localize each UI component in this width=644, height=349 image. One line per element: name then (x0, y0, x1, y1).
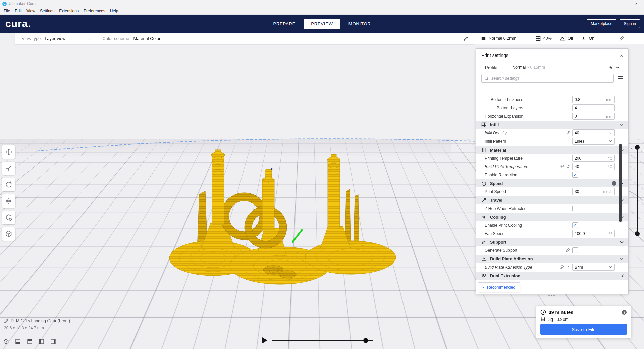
profile-dropdown[interactable]: Normal - 0.15mm ★ (509, 63, 623, 72)
checkbox-generate-support[interactable] (572, 247, 578, 253)
print-settings-summary-bar[interactable]: Normal 0.2mm 40% Off On (474, 33, 644, 44)
summary-infill: 40% (543, 36, 552, 41)
checkbox-enable-print-cooling[interactable]: ✓ (572, 222, 578, 228)
menu-item-view[interactable]: View (24, 8, 38, 14)
category-travel[interactable]: Travel (476, 196, 628, 204)
category-speed[interactable]: Speedi (476, 179, 628, 187)
menu-item-edit[interactable]: Edit (12, 8, 24, 14)
marketplace-button[interactable]: Marketplace (587, 19, 616, 28)
tab-preview[interactable]: PREVIEW (304, 19, 340, 29)
setting-label: Z Hop When Retracted (485, 206, 527, 211)
value-input-bottom-thickness[interactable]: 0.8mm (572, 96, 615, 103)
setting-row-infill-pattern: Infill PatternLines (476, 137, 628, 146)
category-label: Infill (490, 122, 499, 127)
timeline-handle[interactable] (363, 338, 368, 343)
chevron-left-icon: ‹ (483, 285, 485, 290)
simulation-timeline-slider[interactable] (272, 340, 373, 341)
value-input-fan-speed[interactable]: 100.0% (572, 230, 615, 237)
star-icon[interactable]: ★ (609, 65, 613, 70)
search-box[interactable] (481, 74, 614, 83)
edit-view-icon[interactable] (464, 36, 468, 41)
revert-icon[interactable]: ↺ (566, 131, 570, 135)
select-infill-pattern[interactable]: Lines (572, 138, 615, 145)
view-top-icon[interactable] (27, 339, 33, 344)
print-settings-panel: Print settings × Profile Normal - 0.15mm… (476, 48, 629, 294)
recommended-button[interactable]: ‹ Recommended (478, 282, 520, 292)
category-infill[interactable]: Infill (476, 120, 628, 129)
menu-item-help[interactable]: Help (108, 8, 121, 14)
panel-resize-handle[interactable]: ••• (543, 293, 561, 298)
category-material[interactable]: Material (476, 146, 628, 154)
support-blocker-tool-button[interactable] (2, 227, 15, 241)
value-input-horizontal-expansion[interactable]: 0mm (572, 113, 615, 120)
support-summary-icon (560, 36, 565, 41)
menu-item-extensions[interactable]: Extensions (57, 8, 81, 14)
profile-row: Profile Normal - 0.15mm ★ (476, 62, 628, 73)
mirror-tool-button[interactable] (2, 194, 15, 208)
settings-filter-menu-icon[interactable] (618, 76, 623, 80)
object-name[interactable]: D_MIG 15 Landing Gear (Front) (11, 318, 70, 323)
value-input-printing-temperature[interactable]: 200°C (572, 155, 615, 162)
minimize-icon[interactable]: – (598, 0, 613, 7)
per-model-settings-tool-button[interactable] (2, 211, 15, 224)
revert-icon[interactable]: ↺ (566, 164, 570, 169)
play-button[interactable] (262, 337, 267, 343)
checkbox-z-hop-when-retracted[interactable] (572, 206, 578, 211)
close-panel-icon[interactable]: × (620, 53, 623, 58)
value-input-build-plate-temperature[interactable]: 40°C (572, 163, 615, 170)
sign-in-button[interactable]: Sign in (620, 19, 640, 28)
category-cooling[interactable]: Cooling (476, 213, 628, 221)
layer-slider-track[interactable] (637, 147, 638, 234)
search-input[interactable] (491, 76, 611, 81)
search-row (476, 73, 628, 84)
layer-range-slider[interactable] (635, 145, 640, 236)
view-front-icon[interactable] (15, 339, 21, 344)
summary-support: Off (568, 36, 573, 41)
model-preview[interactable] (168, 148, 396, 297)
layer-slider-bottom-handle[interactable] (635, 231, 640, 236)
value-input-print-speed[interactable]: 30mm/s (572, 188, 615, 195)
menu-item-file[interactable]: File (1, 8, 12, 14)
maximize-icon[interactable]: □ (613, 0, 629, 7)
scale-tool-button[interactable] (2, 162, 15, 175)
view-type-value[interactable]: Layer view (45, 36, 65, 41)
object-info: D_MIG 15 Landing Gear (Front) 30.6 x 18.… (4, 318, 70, 330)
color-scheme-value[interactable]: Material Color (133, 36, 160, 41)
value-input-infill-density[interactable]: 40% (572, 129, 615, 136)
category-build-plate-adhesion[interactable]: Build Plate Adhesion (476, 254, 628, 263)
link-icon (566, 248, 570, 252)
unit-label: °C (608, 156, 612, 160)
rotate-icon (5, 181, 12, 188)
category-dual-extrusion[interactable]: Dual Extrusion (476, 271, 628, 280)
revert-icon[interactable]: ↺ (566, 265, 570, 269)
checkbox-enable-retraction[interactable]: ✓ (572, 172, 578, 178)
tab-prepare[interactable]: PREPARE (266, 19, 303, 29)
tab-monitor[interactable]: MONITOR (341, 19, 378, 29)
profile-detail: - 0.15mm (527, 65, 545, 70)
setting-label: Enable Print Cooling (485, 223, 522, 228)
category-support[interactable]: Support (476, 238, 628, 246)
panel-scrollbar[interactable] (619, 144, 622, 222)
view-right-icon[interactable] (50, 339, 56, 344)
value-input-bottom-layers[interactable]: 4 (572, 104, 615, 111)
menu-item-settings[interactable]: Settings (38, 8, 57, 14)
view-3d-icon[interactable] (3, 339, 9, 344)
edit-settings-icon[interactable] (619, 36, 624, 41)
menu-item-preferences[interactable]: Preferences (81, 8, 108, 14)
rotate-tool-button[interactable] (2, 178, 15, 191)
layer-slider-collapse-icon[interactable]: ‹ (631, 146, 633, 151)
view-left-icon[interactable] (39, 339, 44, 344)
setting-row-enable-retraction: Enable Retraction✓ (476, 171, 628, 179)
view-type-collapse-icon[interactable]: ‹ (89, 36, 91, 41)
select-build-plate-adhesion-type[interactable]: Brim (572, 264, 615, 271)
save-to-file-button[interactable]: Save to File (540, 324, 627, 335)
layer-slider-top-handle[interactable] (635, 145, 640, 150)
view-type-label: View type (22, 36, 41, 41)
unit-label: % (609, 232, 612, 236)
close-icon[interactable]: × (629, 0, 644, 7)
info-icon[interactable] (622, 310, 627, 315)
move-tool-button[interactable] (2, 145, 15, 159)
edit-object-name-icon[interactable] (4, 319, 8, 323)
info-icon[interactable]: i (612, 181, 616, 186)
setting-row-infill-density: Infill Density↺40% (476, 129, 628, 137)
